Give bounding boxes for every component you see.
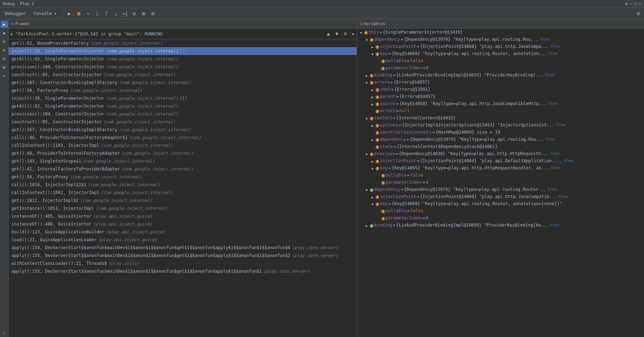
var-item[interactable]: mbinding = {LinkedProviderBindingImpl@14… bbox=[357, 222, 644, 229]
var-toggle-expanded[interactable] bbox=[364, 37, 369, 43]
frame-item[interactable]: getAll():62, SingleParameterInjector (co… bbox=[9, 55, 357, 63]
hierarchy-icon[interactable]: ⊟ bbox=[1, 55, 8, 62]
frame-item[interactable]: instanceOf():405, GuiceInjector (play.ap… bbox=[9, 212, 357, 220]
var-item[interactable]: fnullable = false bbox=[357, 58, 644, 65]
settings-icon[interactable]: ⚙ bbox=[625, 1, 628, 6]
var-item[interactable]: fprevious = {Dependency@14038} "Key[type… bbox=[357, 151, 644, 158]
var-toggle-expanded[interactable] bbox=[370, 51, 375, 58]
thread-down-button[interactable]: ▼ bbox=[333, 30, 341, 38]
close-btn[interactable]: ✕ bbox=[639, 1, 641, 6]
var-view-link[interactable]: View bbox=[556, 123, 565, 127]
var-item[interactable]: fparameterIndex = 4 bbox=[357, 179, 644, 187]
var-toggle-collapsed[interactable] bbox=[364, 73, 369, 79]
var-item[interactable]: fnullable = false bbox=[357, 172, 644, 179]
run-icon[interactable]: ⊕ bbox=[1, 38, 8, 45]
frame-item[interactable]: callInContext():1092, InjectorImpl (com.… bbox=[9, 189, 357, 197]
var-toggle-collapsed[interactable] bbox=[370, 158, 375, 165]
thread-up-button[interactable]: ▲ bbox=[325, 30, 332, 38]
stop-button[interactable]: ⏹ bbox=[74, 9, 83, 18]
step-into-button[interactable]: ⤵ bbox=[93, 9, 101, 18]
var-view-link[interactable]: View bbox=[540, 37, 549, 41]
frame-item[interactable]: get():56, FactoryProxy (com.google.injec… bbox=[9, 86, 357, 94]
var-toggle-collapsed[interactable] bbox=[370, 194, 375, 200]
thread-selector[interactable]: ▶ "ForkJoinPool-1-worker-1"@10,543 in gr… bbox=[9, 29, 357, 39]
frame-item[interactable]: provision():104, ConstructorInjector (co… bbox=[9, 110, 357, 118]
var-item[interactable]: fsource = {Key@14058} "Key[type=play.api… bbox=[357, 101, 644, 108]
step-over-button[interactable]: ↷ bbox=[84, 9, 92, 18]
frame-item[interactable]: provision():104, ConstructorInjector (co… bbox=[9, 63, 357, 71]
frame-item[interactable]: inject():38, SingleParameterInjector (co… bbox=[9, 94, 357, 102]
frame-item[interactable]: construct():85, ConstructorInjector (com… bbox=[9, 118, 357, 126]
var-item[interactable]: ferrors = null bbox=[357, 108, 644, 115]
var-item[interactable]: fconstructionContexts = {HashMap@14060} … bbox=[357, 129, 644, 137]
var-toggle-expanded[interactable] bbox=[358, 30, 363, 36]
var-toggle-expanded[interactable] bbox=[364, 80, 369, 86]
frame-item[interactable]: call():1016, InjectorImpl$2$1 (com.googl… bbox=[9, 181, 357, 189]
frame-item[interactable]: call():46, ProviderToInternalFactoryAdap… bbox=[9, 134, 357, 142]
var-toggle-collapsed[interactable] bbox=[370, 137, 375, 143]
var-view-link[interactable]: View bbox=[548, 101, 558, 106]
var-toggle-collapsed[interactable] bbox=[370, 94, 375, 100]
frame-item[interactable]: get():62, BoundProviderFactory (com.goog… bbox=[9, 39, 357, 47]
var-toggle-collapsed[interactable] bbox=[364, 223, 369, 229]
var-toggle-collapsed[interactable] bbox=[370, 101, 375, 108]
var-item[interactable]: finjectionPoint = {InjectionPoint@14068}… bbox=[357, 44, 644, 51]
frame-item[interactable]: apply():158, DevServerStart$$anonfun$mai… bbox=[9, 244, 357, 252]
frames-toggle-button[interactable]: ⊞ bbox=[139, 9, 148, 18]
var-item[interactable]: froot = {Errors@13991} bbox=[357, 86, 644, 94]
frame-item[interactable]: callInContext():1103, InjectorImpl (com.… bbox=[9, 142, 357, 149]
frame-item[interactable]: get():41, InternalFactoryToProviderAdapt… bbox=[9, 165, 357, 173]
var-toggle-collapsed[interactable] bbox=[370, 87, 375, 93]
restore-layout-button[interactable]: ⊡ bbox=[634, 9, 643, 18]
evaluate-button[interactable]: ≡ bbox=[130, 9, 139, 18]
var-view-link[interactable]: View bbox=[548, 51, 558, 56]
structure-icon[interactable]: ≡ bbox=[1, 46, 8, 54]
var-item[interactable]: mdependency = {Dependency@13979} "Key[ty… bbox=[357, 187, 644, 194]
frame-item[interactable]: getAll():62, SingleParameterInjector (co… bbox=[9, 102, 357, 110]
var-item[interactable]: fparameterIndex = 0 bbox=[357, 215, 644, 222]
var-view-link[interactable]: View bbox=[558, 194, 568, 199]
frame-item[interactable]: get():267, ConstructorBindingImpl$Factor… bbox=[9, 79, 357, 86]
var-item[interactable]: fdependency = {Dependency@13979} "Key[ty… bbox=[357, 137, 644, 144]
frame-item[interactable]: get():40, ProviderToInternalFactoryAdapt… bbox=[9, 149, 357, 157]
var-toggle-expanded[interactable] bbox=[364, 115, 369, 122]
threads-button[interactable]: ⊟ bbox=[149, 9, 157, 18]
var-item[interactable]: fthis = {SingleParameterInjector@13416} bbox=[357, 29, 644, 36]
var-item[interactable]: fparent = {Errors@14057} bbox=[357, 94, 644, 101]
frame-item[interactable]: get():1012, InjectorImpl$2 (com.google.i… bbox=[9, 197, 357, 204]
var-item[interactable]: fdependency = {Dependency@13979} "Key[ty… bbox=[357, 36, 644, 44]
frame-item[interactable]: get():145, SingletonScope$1 (com.google.… bbox=[9, 157, 357, 165]
frame-item[interactable]: build():123, GuiceApplicationBuilder (pl… bbox=[9, 228, 357, 236]
var-item[interactable]: fcontext = {InternalContext@14015} bbox=[357, 115, 644, 122]
var-view-link[interactable]: View bbox=[545, 73, 555, 77]
help-icon[interactable]: ? bbox=[1, 330, 8, 337]
find-icon[interactable]: ⊠ bbox=[1, 64, 8, 71]
frame-item[interactable]: construct():85, ConstructorInjector (com… bbox=[9, 71, 357, 79]
frame-item[interactable]: load():21, GuiceApplicationLoader (play.… bbox=[9, 236, 357, 244]
var-view-link[interactable]: View bbox=[550, 151, 560, 156]
frame-item[interactable]: withContextClassLoader():21, Threads$ (p… bbox=[9, 259, 357, 267]
var-item[interactable]: foptions = {InjectorImpl$InjectorOptions… bbox=[357, 122, 644, 129]
frame-item[interactable]: get():267, ConstructorBindingImpl$Factor… bbox=[9, 126, 357, 134]
var-item[interactable]: fkey = {Key@14069} "Key[type=play.api.ro… bbox=[357, 51, 644, 58]
resume-button[interactable]: ▶ bbox=[65, 9, 74, 18]
frame-item[interactable]: apply():155, DevServerStart$$anonfun$mai… bbox=[9, 267, 357, 275]
breakpoints-icon[interactable]: ◉ bbox=[1, 29, 8, 36]
frame-item[interactable]: apply():155, DevServerStart$$anonfun$mai… bbox=[9, 252, 357, 259]
var-toggle-expanded[interactable] bbox=[370, 201, 375, 208]
var-item[interactable]: fkey = {Key@14065} "Key[type=play.api.ht… bbox=[357, 165, 644, 172]
var-item[interactable]: finjectionPoint = {InjectionPoint@14068}… bbox=[357, 194, 644, 201]
var-toggle-expanded[interactable] bbox=[364, 151, 369, 158]
tab-debugger[interactable]: Debugger bbox=[1, 10, 29, 18]
run-to-cursor-button[interactable]: →| bbox=[121, 9, 129, 18]
frame-item[interactable]: inject():38, SingleParameterInjector (co… bbox=[9, 47, 357, 55]
step-out-button[interactable]: ⤴ bbox=[102, 9, 111, 18]
var-view-link[interactable]: View bbox=[551, 44, 560, 49]
var-view-link[interactable]: View bbox=[551, 165, 560, 170]
var-toggle-expanded[interactable] bbox=[364, 187, 369, 193]
frame-item[interactable]: get():56, FactoryProxy (com.google.injec… bbox=[9, 173, 357, 181]
var-item[interactable]: fstate = {InternalContext$DependencyStac… bbox=[357, 144, 644, 151]
close-icon[interactable]: ✕ bbox=[1, 72, 8, 79]
var-view-link[interactable]: View bbox=[545, 137, 555, 142]
var-item[interactable]: finjectionPoint = {InjectionPoint@14064}… bbox=[357, 158, 644, 165]
